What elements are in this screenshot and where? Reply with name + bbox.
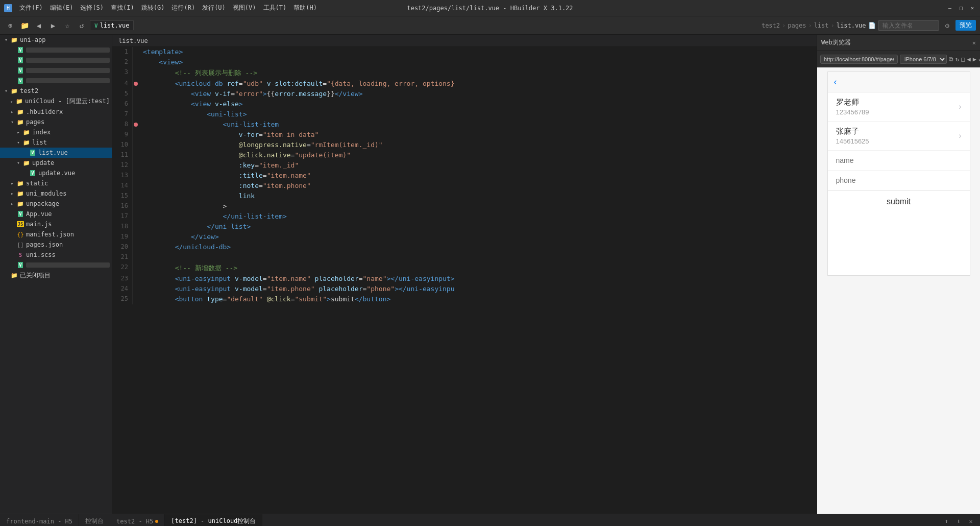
phone-back-button[interactable]: ‹ [834, 77, 837, 87]
sidebar-item[interactable]: VApp.vue [0, 209, 112, 219]
browser-copy-button[interactable]: ⧉ [949, 54, 953, 64]
sidebar-item[interactable]: V [0, 76, 112, 86]
sidebar-item[interactable]: ▾📁test2 [0, 86, 112, 96]
menu-item[interactable]: 工具(T) [260, 3, 290, 13]
sidebar-item[interactable]: ▸📁uni_modules [0, 188, 112, 199]
open-folder-button[interactable]: 📁 [18, 19, 31, 32]
menu-item[interactable]: 编辑(E) [47, 3, 77, 13]
breadcrumb-file[interactable]: list.vue [837, 22, 866, 29]
refresh-button[interactable]: ↺ [76, 19, 88, 32]
sidebar-item-label: list [32, 139, 110, 146]
code-line: 9 v-for="item in data" [112, 130, 817, 140]
sidebar-item[interactable]: ▸📁.hbuilderx [0, 107, 112, 117]
sidebar-item[interactable]: {}manifest.json [0, 229, 112, 240]
folder-arrow-icon: ▸ [8, 98, 15, 106]
menu-item[interactable]: 视图(V) [230, 3, 259, 13]
browser-url-input[interactable] [820, 55, 898, 64]
sidebar-item-label: 已关闭项目 [20, 271, 110, 280]
line-number: 7 [112, 109, 133, 119]
sidebar-item-label: test2 [20, 87, 110, 94]
code-scroll[interactable]: 1<template>2 <view>3 <!-- 列表展示与删除 -->4 <… [112, 47, 817, 514]
breadcrumb-pages[interactable]: pages [788, 22, 806, 29]
sidebar-item[interactable]: ▸📁index [0, 127, 112, 137]
breadcrumb-list[interactable]: list [814, 22, 829, 29]
line-code-text: </uni-list-item> [139, 211, 817, 222]
console-tab[interactable]: test2 - H5 [110, 514, 165, 527]
phone-list-item[interactable]: 张麻子 145615625 › [828, 122, 970, 151]
sidebar-item[interactable]: 📁已关闭项目 [0, 270, 112, 281]
device-select[interactable]: iPhone 6/7/8 [900, 55, 947, 64]
code-line: 19 </view> [112, 232, 817, 242]
file-search-input[interactable] [878, 20, 939, 31]
line-number: 11 [112, 150, 133, 160]
sidebar-item[interactable]: V [0, 55, 112, 65]
menu-item[interactable]: 查找(I) [108, 3, 137, 13]
filter-icon[interactable]: ⚙ [945, 21, 949, 30]
code-line: 8 <uni-list-item [112, 119, 817, 130]
browser-screenshot-button[interactable]: □ [961, 54, 965, 64]
phone-submit-button[interactable]: submit [828, 190, 970, 212]
console-tab[interactable]: [test2] - uniCloud控制台 [165, 514, 262, 527]
code-line: 1<template> [112, 47, 817, 57]
browser-forward-nav-button[interactable]: ▶ [973, 54, 976, 64]
menu-item[interactable]: 选择(S) [77, 3, 107, 13]
menu-item[interactable]: 文件(F) [16, 3, 46, 13]
console-tab[interactable]: frontend-main - H5 [0, 514, 79, 527]
console-expand-button[interactable]: ⬆ [941, 516, 951, 527]
console-tab[interactable]: 控制台 [79, 514, 110, 527]
maximize-button[interactable]: □ [958, 5, 965, 12]
sidebar-item[interactable]: V [0, 45, 112, 55]
sidebar-item[interactable]: Vupdate.vue [0, 168, 112, 178]
folder-arrow-icon: ▾ [14, 159, 22, 167]
menu-item[interactable]: 帮助(H) [290, 3, 320, 13]
folder-icon: 📁 [16, 118, 24, 126]
line-marker [133, 140, 139, 150]
sidebar-item[interactable]: V [0, 260, 112, 270]
breadcrumb-test2[interactable]: test2 [762, 22, 780, 29]
phone-input-phone[interactable] [836, 176, 962, 184]
vue-icon: V [16, 56, 24, 64]
console-close-panel-button[interactable]: ✕ [966, 516, 976, 527]
new-file-button[interactable]: ⊕ [4, 19, 16, 32]
tab-list-vue[interactable]: V list.vue [90, 20, 134, 30]
sidebar-item[interactable]: ▸📁static [0, 178, 112, 188]
preview-button[interactable]: 预览 [955, 20, 976, 31]
line-code-text: <uni-list> [139, 109, 817, 119]
line-number: 14 [112, 181, 133, 191]
nav-back-button[interactable]: ◀ [33, 19, 45, 32]
menu-item[interactable]: 跳转(G) [138, 3, 168, 13]
browser-reset-button[interactable]: ↻ [955, 54, 959, 64]
menu-item[interactable]: 运行(R) [168, 3, 198, 13]
menu-item[interactable]: 发行(U) [199, 3, 229, 13]
sidebar-item[interactable]: Suni.scss [0, 250, 112, 260]
sidebar-item[interactable]: V [0, 65, 112, 76]
sidebar-item[interactable]: ▾📁list [0, 137, 112, 148]
browser-back-nav-button[interactable]: ◀ [967, 54, 970, 64]
console-collapse-button[interactable]: ⬇ [953, 516, 964, 527]
sidebar-item[interactable]: ▾📁pages [0, 117, 112, 127]
bookmark-button[interactable]: ☆ [61, 19, 74, 32]
sidebar-item[interactable]: JSmain.js [0, 219, 112, 229]
sidebar-item[interactable]: []pages.json [0, 240, 112, 250]
line-number: 10 [112, 140, 133, 150]
sidebar-item[interactable]: ▸📁uniCloud - [阿里云:test] [0, 96, 112, 107]
sidebar-item-label: update [32, 159, 110, 166]
sidebar-item[interactable]: Vlist.vue [0, 148, 112, 158]
nav-forward-button[interactable]: ▶ [47, 19, 59, 32]
browser-title-label: Web浏览器 [821, 38, 968, 47]
code-line: 16 > [112, 201, 817, 211]
sidebar-item[interactable]: ▾📁update [0, 158, 112, 168]
scss-icon: S [16, 251, 24, 259]
phone-list-item[interactable]: 罗老师 123456789 › [828, 92, 970, 122]
breakpoint-dot [134, 123, 138, 127]
close-button[interactable]: ✕ [969, 5, 976, 12]
line-code-text [139, 252, 817, 262]
sidebar-item[interactable]: ▸📁unpackage [0, 199, 112, 209]
phone-input-name[interactable] [836, 156, 962, 164]
sidebar-item[interactable]: ▾📁uni-app [0, 35, 112, 45]
minimize-button[interactable]: — [946, 5, 953, 12]
sidebar-item-label [26, 262, 110, 268]
sidebar-item-label: pages [26, 118, 110, 126]
browser-close-button[interactable]: ✕ [972, 39, 976, 46]
folder-arrow-icon: ▸ [8, 200, 16, 208]
